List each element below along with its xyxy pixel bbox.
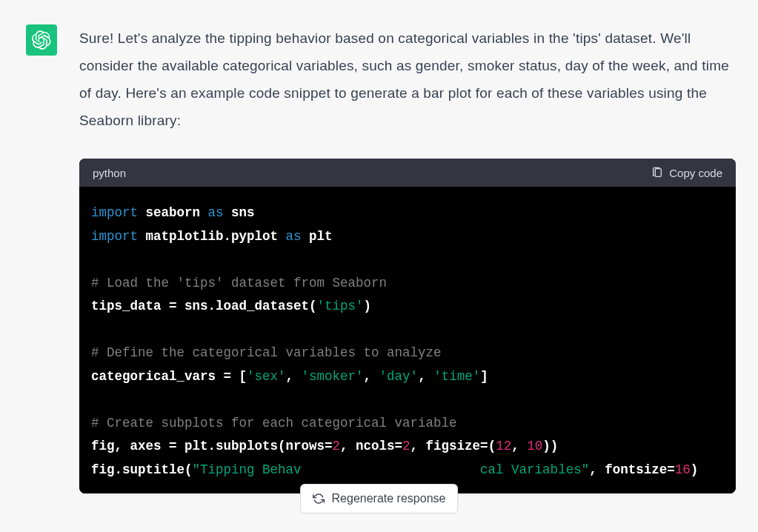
code-block: python Copy code import seaborn as sns i… (79, 159, 736, 493)
refresh-icon (313, 493, 325, 505)
regenerate-label: Regenerate response (332, 492, 446, 505)
clipboard-icon (651, 166, 663, 179)
regenerate-response-button[interactable]: Regenerate response (300, 484, 459, 513)
code-content: import seaborn as sns import matplotlib.… (79, 187, 736, 493)
copy-code-label: Copy code (669, 167, 722, 179)
svg-rect-0 (656, 169, 662, 177)
copy-code-button[interactable]: Copy code (651, 166, 722, 179)
code-language-label: python (93, 167, 126, 179)
assistant-avatar (26, 24, 57, 56)
openai-logo-icon (32, 30, 51, 50)
assistant-message-text: Sure! Let's analyze the tipping behavior… (79, 24, 736, 134)
code-header: python Copy code (79, 159, 736, 187)
